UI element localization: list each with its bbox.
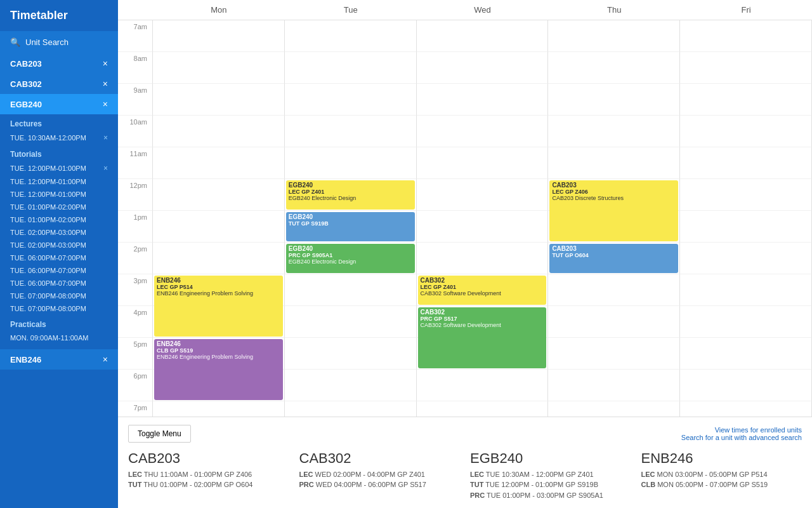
tutorial-slot-3[interactable]: TUE. 12:00PM-01:00PM (0, 188, 118, 201)
time-label-6pm: 6pm (118, 370, 153, 401)
lectures-header: Lectures (0, 114, 118, 131)
event-egb240-tut: EGB240TUT GP S919B (286, 212, 415, 241)
tutorial-slot-4[interactable]: TUE. 01:00PM-02:00PM (0, 201, 118, 213)
header-thu: Thu (548, 0, 680, 20)
cal-cell-row0-col1 (285, 20, 417, 52)
cal-cell-row3-col0 (153, 116, 285, 147)
event-egb240-lec: EGB240LEC GP Z401EGB240 Electronic Desig… (286, 180, 415, 210)
header-wed: Wed (417, 0, 549, 20)
time-label-2pm: 2pm (118, 243, 153, 274)
cal-cell-row2-col2 (417, 84, 549, 116)
event-cab203-lec: CAB203LEC GP Z406CAB203 Discrete Structu… (549, 180, 678, 241)
search-icon: 🔍 (10, 37, 20, 47)
unit-chip-cab302[interactable]: CAB302 × (0, 74, 118, 94)
cal-cell-row8-col2: CAB302LEC GP Z401CAB302 Software Develop… (417, 274, 549, 306)
cal-cell-row5-col0 (153, 179, 285, 211)
tutorial-slot-2[interactable]: TUE. 12:00PM-01:00PM (0, 175, 118, 188)
cal-cell-row11-col2 (417, 370, 549, 401)
app-title: Timetabler (0, 0, 118, 31)
calendar-grid: Mon Tue Wed Thu Fri 7am8am9am10am11am12p… (118, 0, 812, 417)
bottom-links: View times for enrolled units Search for… (681, 426, 802, 441)
summary-cab302-title: CAB302 (299, 450, 461, 467)
cal-cell-row11-col1 (285, 370, 417, 401)
summary-enb246-title: ENB246 (641, 450, 802, 467)
tutorial-slot-9[interactable]: TUE. 06:00PM-07:00PM (0, 264, 118, 277)
tutorial-slot-1[interactable]: TUE. 12:00PM-01:00PM × (0, 161, 118, 175)
tutorial-slot-5[interactable]: TUE. 01:00PM-02:00PM (0, 213, 118, 226)
cal-cell-row3-col4 (680, 116, 812, 147)
cal-cell-row1-col4 (680, 52, 812, 84)
cal-cell-row2-col3 (548, 84, 680, 116)
cal-cell-row12-col4 (680, 401, 812, 417)
time-label-1pm: 1pm (118, 211, 153, 243)
unit-chip-cab203[interactable]: CAB203 × (0, 53, 118, 74)
cal-cell-row7-col1: EGB240PRC GP S905A1EGB240 Electronic Des… (285, 243, 417, 274)
summary-enb246-sessions: LEC MON 03:00PM - 05:00PM GP P514 CLB MO… (641, 469, 802, 490)
view-enrolled-link[interactable]: View times for enrolled units (681, 426, 802, 434)
close-cab203-button[interactable]: × (103, 58, 108, 69)
sidebar: Timetabler 🔍 Unit Search CAB203 × CAB302… (0, 0, 118, 508)
event-cab302-lec: CAB302LEC GP Z401CAB302 Software Develop… (418, 276, 547, 305)
cal-cell-row4-col4 (680, 147, 812, 179)
cal-cell-row2-col1 (285, 84, 417, 116)
practicals-header: Practicals (0, 315, 118, 331)
time-label-4pm: 4pm (118, 306, 153, 338)
summary-egb240-sessions: LEC TUE 10:30AM - 12:00PM GP Z401 TUT TU… (470, 469, 631, 501)
tutorial-slot-10[interactable]: TUE. 06:00PM-07:00PM (0, 277, 118, 290)
time-label-7am: 7am (118, 20, 153, 52)
cal-cell-row1-col1 (285, 52, 417, 84)
time-label-7pm: 7pm (118, 401, 153, 417)
header-tue: Tue (285, 0, 417, 20)
close-enb246-button[interactable]: × (103, 354, 108, 364)
advanced-search-link[interactable]: Search for a unit with advanced search (681, 434, 802, 441)
tutorial-slot-12[interactable]: TUE. 07:00PM-08:00PM (0, 302, 118, 315)
tutorial-slot-8[interactable]: TUE. 06:00PM-07:00PM (0, 251, 118, 264)
cal-cell-row9-col1 (285, 306, 417, 338)
header-mon: Mon (153, 0, 285, 20)
tutorial-slot-7[interactable]: TUE. 02:00PM-03:00PM (0, 239, 118, 251)
time-label-11am: 11am (118, 147, 153, 179)
toggle-menu-button[interactable]: Toggle Menu (128, 425, 191, 443)
cal-cell-row1-col3 (548, 52, 680, 84)
cal-cell-row0-col0 (153, 20, 285, 52)
lecture-slot-1[interactable]: TUE. 10:30AM-12:00PM × (0, 131, 118, 145)
practical-slot-1[interactable]: MON. 09:00AM-11:00AM (0, 331, 118, 344)
cal-cell-row3-col3 (548, 116, 680, 147)
calendar-wrapper[interactable]: Mon Tue Wed Thu Fri 7am8am9am10am11am12p… (118, 0, 812, 417)
cal-cell-row10-col0: ENB246CLB GP S519ENB246 Engineering Prob… (153, 338, 285, 370)
unit-search-button[interactable]: 🔍 Unit Search (0, 31, 118, 53)
cal-cell-row1-col2 (417, 52, 549, 84)
cal-cell-row12-col0 (153, 401, 285, 417)
event-cab302-prc: CAB302PRC GP S517CAB302 Software Develop… (418, 307, 547, 368)
cal-cell-row6-col4 (680, 211, 812, 243)
time-label-8am: 8am (118, 52, 153, 84)
cal-cell-row6-col1: EGB240TUT GP S919B (285, 211, 417, 243)
unit-chip-egb240[interactable]: EGB240 × (0, 94, 118, 114)
bottom-actions: Toggle Menu View times for enrolled unit… (128, 425, 802, 443)
header-time (118, 0, 153, 20)
cal-cell-row7-col3: CAB203TUT GP O604 (548, 243, 680, 274)
cal-cell-row12-col1 (285, 401, 417, 417)
cal-cell-row4-col3 (548, 147, 680, 179)
cal-cell-row8-col4 (680, 274, 812, 306)
cal-cell-row5-col2 (417, 179, 549, 211)
tutorial-slot-11[interactable]: TUE. 07:00PM-08:00PM (0, 290, 118, 302)
close-cab302-button[interactable]: × (103, 79, 108, 89)
event-cab203-tut: CAB203TUT GP O604 (549, 244, 678, 273)
close-egb240-button[interactable]: × (103, 99, 108, 109)
cal-cell-row8-col0: ENB246LEC GP P514ENB246 Engineering Prob… (153, 274, 285, 306)
cal-cell-row4-col0 (153, 147, 285, 179)
cal-cell-row1-col0 (153, 52, 285, 84)
bottom-panel: Toggle Menu View times for enrolled unit… (118, 417, 812, 509)
cal-cell-row12-col2 (417, 401, 549, 417)
cal-cell-row12-col3 (548, 401, 680, 417)
tutorial-slot-6[interactable]: TUE. 02:00PM-03:00PM (0, 226, 118, 239)
cal-cell-row5-col1: EGB240LEC GP Z401EGB240 Electronic Desig… (285, 179, 417, 211)
unit-chip-enb246[interactable]: ENB246 × (0, 349, 118, 370)
cal-cell-row9-col3 (548, 306, 680, 338)
cal-cell-row11-col3 (548, 370, 680, 401)
time-label-3pm: 3pm (118, 274, 153, 306)
cal-cell-row7-col2 (417, 243, 549, 274)
cal-cell-row7-col0 (153, 243, 285, 274)
cal-cell-row0-col3 (548, 20, 680, 52)
